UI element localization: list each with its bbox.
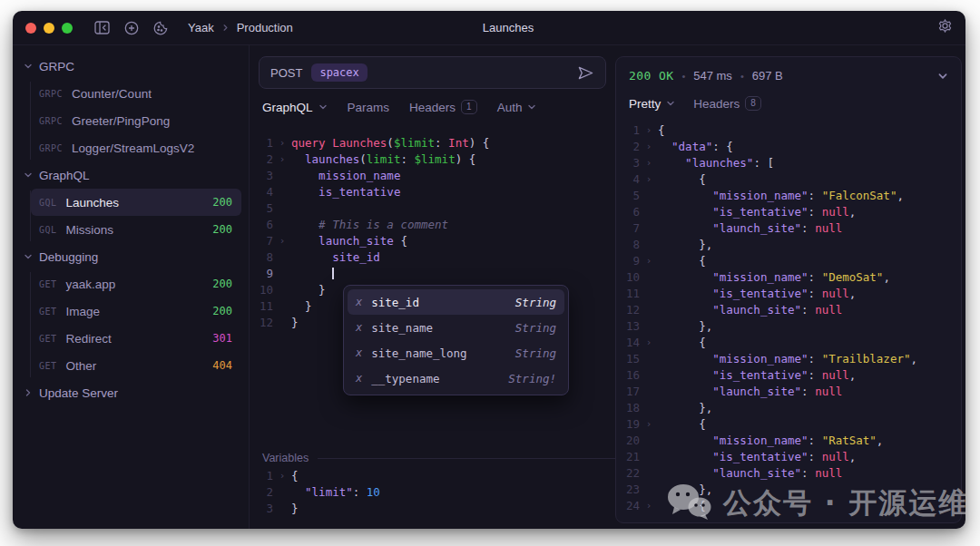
sidebar-item-yaak-app[interactable]: GETyaak.app200 — [31, 270, 241, 297]
fold-toggle-icon[interactable]: › — [640, 155, 658, 171]
gutter-spacer — [640, 237, 658, 253]
autocomplete-item-site_id[interactable]: xsite_idString — [348, 289, 564, 315]
request-name: Greeter/PingPong — [72, 114, 170, 128]
sidebar-item-redirect[interactable]: GETRedirect301 — [31, 325, 241, 352]
sidebar-section-label: Update Server — [39, 386, 118, 400]
gutter-spacer — [640, 220, 658, 237]
sidebar-item-missions[interactable]: GQLMissions200 — [31, 216, 241, 243]
fold-toggle-icon[interactable]: › — [640, 335, 658, 351]
line-number: 8 — [616, 237, 640, 253]
url-bar[interactable]: POST spacex — [259, 56, 606, 89]
sidebar-section-update-server[interactable]: Update Server — [13, 379, 249, 406]
maximize-window-button[interactable] — [62, 23, 73, 34]
line-number: 9 — [250, 266, 273, 282]
tab-count-badge: 1 — [461, 100, 477, 114]
request-url[interactable]: spacex — [311, 63, 367, 82]
code-line[interactable]: 8 }, — [616, 237, 961, 253]
code-line[interactable]: 19› { — [616, 416, 961, 433]
sidebar-section-graphql[interactable]: GraphQL — [13, 161, 249, 189]
fold-toggle-icon[interactable]: › — [640, 498, 658, 514]
code-line[interactable]: 6 "is_tentative": null, — [616, 204, 961, 220]
autocomplete-item-__typename[interactable]: x__typenameString! — [348, 366, 564, 391]
response-header: 200 OK • 547 ms • 697 B — [616, 57, 961, 83]
tab-headers[interactable]: Headers8 — [693, 96, 761, 111]
line-number: 3 — [250, 168, 273, 184]
response-status-badge: 200 OK — [629, 69, 673, 83]
add-request-icon[interactable] — [124, 21, 139, 35]
code-line[interactable]: 9› { — [616, 253, 961, 269]
close-window-button[interactable] — [25, 23, 36, 34]
code-line[interactable]: 3› "launches": [ — [616, 155, 961, 171]
sidebar-item-greeter-pingpong[interactable]: GRPCGreeter/PingPong — [31, 107, 241, 134]
line-number: 7 — [250, 233, 273, 249]
tab-pretty[interactable]: Pretty — [629, 96, 675, 111]
sidebar-item-logger-streamlogsv2[interactable]: GRPCLogger/StreamLogsV2 — [31, 134, 241, 161]
settings-gear-icon[interactable] — [937, 18, 953, 37]
code-line[interactable]: 13 }, — [616, 318, 961, 335]
code-line[interactable]: 22 "launch_site": null — [616, 465, 961, 482]
code-line[interactable]: 11 "is_tentative": null, — [616, 286, 961, 302]
environment-name[interactable]: Production — [237, 21, 293, 34]
fold-toggle-icon[interactable]: › — [273, 151, 291, 168]
gutter-spacer — [273, 484, 291, 501]
fold-toggle-icon[interactable]: › — [640, 122, 658, 139]
gutter-spacer — [640, 367, 658, 384]
line-number: 1 — [616, 122, 640, 139]
send-request-icon[interactable] — [577, 65, 594, 81]
sidebar-section-label: GraphQL — [39, 169, 90, 182]
fold-toggle-icon[interactable]: › — [273, 468, 291, 484]
tab-auth[interactable]: Auth — [497, 100, 537, 114]
sidebar-section-debugging[interactable]: Debugging — [13, 243, 249, 270]
workspace-name[interactable]: Yaak — [188, 21, 214, 34]
line-number: 12 — [616, 302, 640, 318]
status-code-badge: 200 — [212, 278, 232, 290]
code-line[interactable]: 10 "mission_name": "DemoSat", — [616, 269, 961, 286]
gutter-spacer — [273, 315, 291, 331]
sidebar-toggle-icon[interactable] — [94, 21, 110, 35]
sidebar-item-image[interactable]: GETImage200 — [31, 297, 241, 325]
code-text: is_tentative — [291, 184, 400, 200]
sidebar-item-launches[interactable]: GQLLaunches200 — [31, 189, 241, 216]
tab-headers[interactable]: Headers1 — [409, 100, 477, 114]
fold-toggle-icon[interactable]: › — [640, 171, 658, 188]
request-name: Counter/Count — [72, 87, 152, 101]
minimize-window-button[interactable] — [44, 23, 54, 34]
sidebar-section-grpc[interactable]: GRPC — [13, 53, 249, 80]
code-text: mission_name — [291, 168, 400, 184]
code-text: site_id — [291, 249, 380, 266]
fold-toggle-icon[interactable]: › — [273, 233, 291, 249]
code-line[interactable]: 12 "launch_site": null — [616, 302, 961, 318]
code-line[interactable]: 15 "mission_name": "Trailblazer", — [616, 351, 961, 367]
sidebar-item-other[interactable]: GETOther404 — [31, 352, 241, 379]
code-line[interactable]: 7 "launch_site": null — [616, 220, 961, 237]
code-line[interactable]: 5 "mission_name": "FalconSat", — [616, 188, 961, 204]
sidebar-item-counter-count[interactable]: GRPCCounter/Count — [31, 80, 241, 107]
request-name: Image — [66, 305, 101, 318]
tab-graphql[interactable]: GraphQL — [262, 100, 328, 114]
fold-toggle-icon[interactable]: › — [640, 253, 658, 269]
code-line[interactable]: 21 "is_tentative": null, — [616, 449, 961, 465]
code-line[interactable]: 16 "is_tentative": null, — [616, 367, 961, 384]
cookies-icon[interactable] — [153, 21, 168, 35]
tab-params[interactable]: Params — [348, 100, 390, 114]
response-options-chevron-icon[interactable] — [937, 71, 948, 82]
code-line[interactable]: 2› "data": { — [616, 139, 961, 155]
fold-toggle-icon[interactable]: › — [640, 139, 658, 155]
autocomplete-item-site_name_long[interactable]: xsite_name_longString — [348, 340, 564, 366]
fold-toggle-icon[interactable]: › — [640, 416, 658, 433]
code-text: }, — [658, 237, 712, 253]
fold-toggle-icon[interactable]: › — [273, 135, 291, 151]
code-line[interactable]: 18 }, — [616, 400, 961, 416]
request-method-label: GET — [39, 334, 57, 344]
code-line[interactable]: 1›{ — [616, 122, 961, 139]
code-line[interactable]: 20 "mission_name": "RatSat", — [616, 433, 961, 449]
line-number: 24 — [616, 498, 640, 514]
gutter-spacer — [273, 168, 291, 184]
code-text: "is_tentative": null, — [658, 449, 856, 465]
code-line[interactable]: 14› { — [616, 335, 961, 351]
code-line[interactable]: 4› { — [616, 171, 961, 188]
code-line[interactable]: 17 "launch_site": null — [616, 384, 961, 400]
autocomplete-item-site_name[interactable]: xsite_nameString — [348, 315, 564, 340]
response-body-viewer[interactable]: 1›{2› "data": {3› "launches": [4› {5 "mi… — [616, 122, 961, 514]
field-kind-icon: x — [356, 372, 362, 385]
